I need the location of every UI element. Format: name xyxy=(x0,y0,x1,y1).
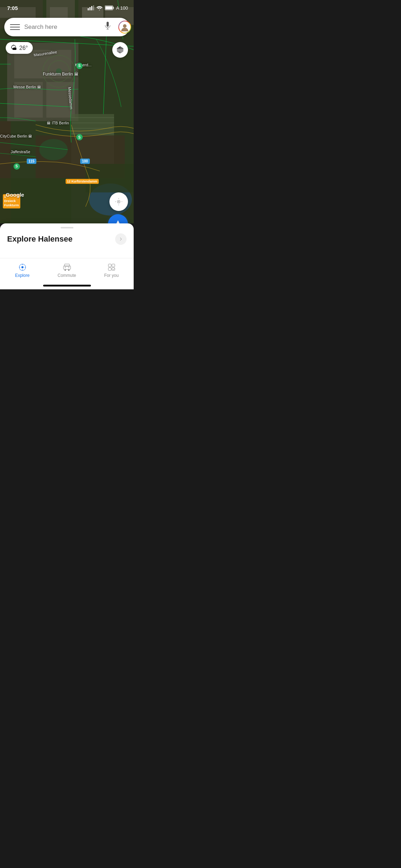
svg-rect-41 xyxy=(117,50,123,51)
google-logo: Google xyxy=(6,192,24,198)
svg-rect-35 xyxy=(105,6,112,10)
road-100: 100 xyxy=(80,159,90,164)
explore-title: Explore Halensee xyxy=(7,234,72,244)
tab-for-you[interactable]: For you xyxy=(89,263,134,278)
svg-rect-17 xyxy=(86,164,134,192)
weather-icon: 🌤 xyxy=(11,44,17,52)
search-bar[interactable] xyxy=(4,18,129,36)
s-badge-3: S xyxy=(14,163,20,170)
svg-point-53 xyxy=(65,269,66,271)
wifi-icon xyxy=(96,5,103,10)
hamburger-button[interactable] xyxy=(9,21,21,33)
status-bar: 7:05 A 100 xyxy=(0,0,134,16)
battery-percent: A 100 xyxy=(116,5,128,11)
road-kurfurstendamm: 12 Kurfürstendamm xyxy=(66,179,99,184)
svg-rect-30 xyxy=(89,7,91,10)
bottom-sheet: Explore Halensee Explore xyxy=(0,223,134,289)
explore-label: Explore xyxy=(15,273,30,278)
svg-rect-59 xyxy=(108,268,111,270)
svg-rect-52 xyxy=(65,264,70,267)
commute-icon xyxy=(62,263,72,272)
location-button[interactable] xyxy=(109,192,128,211)
tab-explore[interactable]: Explore xyxy=(0,263,45,278)
svg-point-16 xyxy=(39,139,68,160)
tab-commute[interactable]: Commute xyxy=(45,263,89,278)
weather-temperature: 26° xyxy=(19,45,28,51)
svg-marker-44 xyxy=(120,46,123,48)
svg-marker-42 xyxy=(117,46,120,48)
commute-label: Commute xyxy=(57,273,76,278)
svg-rect-6 xyxy=(14,82,43,118)
svg-marker-45 xyxy=(120,52,123,54)
explore-section: Explore Halensee xyxy=(0,228,134,245)
battery-icon xyxy=(105,5,114,10)
explore-arrow-button[interactable] xyxy=(115,233,127,245)
signal-icon xyxy=(88,5,94,10)
for-you-icon xyxy=(107,263,116,272)
status-icons: A 100 xyxy=(88,5,128,11)
home-indicator xyxy=(43,285,91,286)
svg-rect-31 xyxy=(91,6,92,10)
svg-point-49 xyxy=(21,266,24,268)
svg-rect-29 xyxy=(88,8,89,10)
svg-rect-58 xyxy=(112,264,115,267)
svg-point-21 xyxy=(56,68,62,74)
s-badge-2: S xyxy=(76,134,83,140)
svg-point-54 xyxy=(68,269,70,271)
weather-widget[interactable]: 🌤 26° xyxy=(6,42,33,54)
road-115: 115 xyxy=(27,159,36,164)
svg-rect-5 xyxy=(14,50,71,78)
svg-rect-57 xyxy=(108,264,111,267)
layer-toggle-button[interactable] xyxy=(112,42,128,58)
explore-icon xyxy=(18,263,27,272)
mic-button[interactable] xyxy=(103,20,113,34)
avatar[interactable] xyxy=(118,21,131,33)
svg-point-47 xyxy=(118,201,119,202)
svg-rect-60 xyxy=(112,268,115,270)
for-you-label: For you xyxy=(104,273,119,278)
svg-rect-32 xyxy=(93,5,94,10)
svg-rect-34 xyxy=(113,7,114,9)
svg-rect-40 xyxy=(117,48,123,50)
svg-point-39 xyxy=(123,24,127,28)
status-time: 7:05 xyxy=(7,5,18,11)
s-badge-1: S xyxy=(76,63,83,69)
svg-rect-36 xyxy=(107,22,109,27)
svg-marker-43 xyxy=(117,52,120,54)
search-input[interactable] xyxy=(21,24,103,31)
